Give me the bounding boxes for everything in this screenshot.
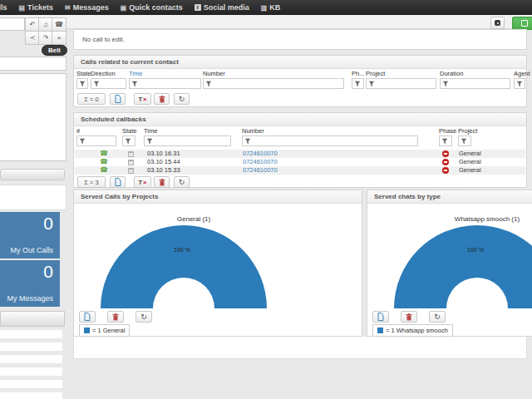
calendar-icon[interactable]: [128, 168, 134, 174]
calendar-icon[interactable]: [128, 160, 134, 165]
export-button[interactable]: [372, 311, 389, 323]
delete-button[interactable]: [401, 311, 417, 323]
callback-number-link[interactable]: 0724610070: [243, 150, 278, 158]
settings-button[interactable]: [490, 17, 505, 29]
filter-number[interactable]: [242, 135, 418, 146]
dial-input[interactable]: [0, 17, 25, 31]
col-phase[interactable]: Ph...: [352, 70, 364, 77]
document-icon: [377, 313, 384, 321]
filter-id[interactable]: [76, 135, 116, 146]
col-duration[interactable]: Duration: [440, 70, 463, 77]
export-button[interactable]: [79, 311, 96, 323]
calendar-icon[interactable]: [128, 151, 134, 157]
legend-swatch: [84, 328, 90, 333]
col-id[interactable]: #: [76, 127, 80, 135]
col-direction[interactable]: Direction: [91, 70, 116, 77]
contact-list-box[interactable]: [0, 73, 66, 161]
agent-status-button[interactable]: [512, 17, 532, 30]
sum-button[interactable]: Σ = 0: [77, 93, 106, 105]
col-project[interactable]: Project: [366, 70, 385, 77]
table-row[interactable]: ☎ 03.10 16.31 0724610070 General: [75, 150, 525, 158]
col-project[interactable]: Project: [458, 127, 477, 135]
filter-number[interactable]: [203, 78, 344, 89]
filter-phase[interactable]: [352, 78, 364, 89]
clear-filters-button[interactable]: T×: [134, 93, 151, 105]
refresh-button[interactable]: ↻: [174, 93, 190, 105]
filter-direction[interactable]: [91, 78, 126, 89]
status-badge: Beli: [42, 45, 67, 56]
refresh-button[interactable]: ↻: [135, 311, 152, 323]
nav-item-tickets[interactable]: ▤ Tickets: [19, 3, 53, 12]
filter-agent[interactable]: [514, 78, 525, 89]
my-messages-counter[interactable]: 0 My Messages: [0, 260, 60, 307]
slice-label: General (1): [177, 215, 210, 223]
filter-time[interactable]: [129, 78, 201, 89]
delete-button[interactable]: [154, 93, 170, 105]
music-note-icon: ♫: [43, 21, 48, 28]
chart-title: Served chats by type: [367, 190, 532, 204]
filter-project[interactable]: [458, 135, 471, 146]
col-number[interactable]: Number: [203, 70, 225, 77]
export-button[interactable]: [110, 176, 126, 188]
phase-blocked-icon[interactable]: [442, 150, 449, 157]
phase-blocked-icon[interactable]: [442, 167, 449, 174]
sidebar-list[interactable]: [0, 330, 62, 399]
nav-item-kb[interactable]: ▥ KB: [261, 3, 281, 12]
half-donut-chart[interactable]: [101, 225, 267, 308]
callback-project: General: [459, 150, 481, 158]
filter-time[interactable]: [144, 135, 231, 146]
my-out-calls-counter[interactable]: 0 My Out Calls: [0, 212, 60, 259]
nav-item-messages[interactable]: ✉ Messages: [65, 3, 109, 12]
nav-item-quick-contacts[interactable]: ▣ Quick contacts: [121, 3, 183, 12]
call-phone-icon[interactable]: ☎: [100, 158, 108, 166]
table-row[interactable]: ☎ 03.10 15.33 0724610070 General: [75, 166, 525, 175]
served-calls-chart-panel: Served Calls by Projects General (1) 100…: [73, 190, 362, 337]
export-button[interactable]: [110, 93, 126, 105]
table-row[interactable]: ☎ 03.10 15.44 0724610070 General: [75, 158, 525, 166]
col-state[interactable]: State: [122, 127, 137, 135]
envelope-icon: ✉: [65, 4, 71, 12]
callback-time: 03.10 15.44: [147, 158, 180, 166]
col-time[interactable]: Time: [144, 127, 157, 135]
refresh-icon: ↻: [140, 313, 147, 321]
callback-project: General: [459, 166, 481, 175]
refresh-button[interactable]: ↻: [429, 311, 446, 323]
nav-item-calls[interactable]: Calls: [0, 3, 7, 12]
refresh-icon: ↻: [179, 95, 185, 103]
nav-item-social-media[interactable]: f Social media: [195, 3, 249, 12]
clear-filters-button[interactable]: T×: [134, 176, 151, 188]
filter-state[interactable]: [76, 78, 88, 89]
col-agent[interactable]: Agent: [514, 70, 530, 77]
col-time[interactable]: Time: [129, 70, 142, 77]
call-phone-icon[interactable]: ☎: [100, 150, 108, 158]
half-donut-chart[interactable]: [394, 225, 532, 308]
undo-icon: ↶: [30, 21, 36, 28]
notice-text: No call to edit.: [74, 30, 526, 49]
contact-card-icon: ▣: [121, 4, 127, 12]
hangup-button[interactable]: ×: [52, 31, 66, 45]
phone-icon: ☎: [55, 21, 63, 28]
callback-time: 03.10 15.33: [147, 166, 180, 175]
filter-icon: [354, 81, 361, 87]
sum-button[interactable]: Σ = 3: [77, 176, 106, 188]
slice-percent: 100 %: [174, 247, 190, 253]
delete-button[interactable]: [107, 311, 124, 323]
filter-duration[interactable]: [440, 78, 510, 89]
chart-legend: = 1 Whatsapp smooch: [372, 324, 453, 337]
delete-button[interactable]: [154, 176, 170, 188]
search-input[interactable]: [0, 57, 66, 71]
filter-phase[interactable]: [439, 135, 452, 146]
call-button[interactable]: ☎: [52, 17, 66, 32]
refresh-button[interactable]: ↻: [174, 176, 190, 188]
filter-project[interactable]: [366, 78, 436, 89]
col-phase[interactable]: Phase: [439, 127, 456, 135]
col-number[interactable]: Number: [242, 127, 264, 135]
callback-number-link[interactable]: 0724610070: [243, 166, 278, 175]
call-phone-icon[interactable]: ☎: [100, 166, 108, 175]
callback-number-link[interactable]: 0724610070: [243, 158, 278, 166]
counter-label: My Out Calls: [10, 246, 53, 254]
filter-state[interactable]: [122, 135, 135, 146]
col-state[interactable]: State: [76, 70, 91, 77]
phase-blocked-icon[interactable]: [442, 159, 449, 165]
sidebar-button-bar[interactable]: [0, 169, 65, 180]
